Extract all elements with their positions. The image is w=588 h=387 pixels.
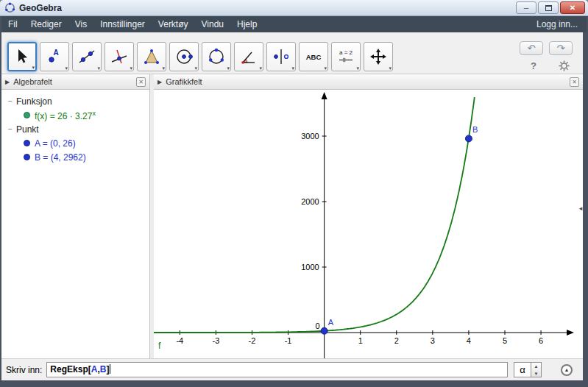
svg-text:3000: 3000 xyxy=(301,132,319,141)
redo-button[interactable]: ↷ xyxy=(549,41,573,55)
svg-text:4: 4 xyxy=(467,336,471,345)
visibility-marble-icon[interactable] xyxy=(24,112,30,118)
circle-with-center-icon xyxy=(174,47,194,66)
svg-text:-3: -3 xyxy=(213,336,220,345)
input-label: Skriv inn: xyxy=(6,365,42,375)
gear-icon[interactable] xyxy=(559,60,570,71)
minimize-icon: ─ xyxy=(524,4,528,12)
graphics-close-icon[interactable]: ✕ xyxy=(570,77,579,87)
graph-canvas[interactable]: -4-3-2-11234561000200030000fAB xyxy=(154,90,583,358)
algebra-title: Algebrafelt xyxy=(13,77,52,86)
algebra-group-funksjon[interactable]: − Funksjon xyxy=(1,94,149,108)
visibility-marble-icon[interactable] xyxy=(24,140,30,146)
spinner-down-icon[interactable]: ▼ xyxy=(531,370,541,377)
svg-text:0: 0 xyxy=(316,322,320,330)
title-bar[interactable]: GeoGebra ─ ✕ xyxy=(0,0,588,16)
tool-move-view-button[interactable]: ▾ xyxy=(364,42,393,71)
tool-slider-button[interactable]: a = 2 ▾ xyxy=(331,42,361,71)
tree-collapse-icon[interactable]: − xyxy=(6,97,15,105)
close-icon: ✕ xyxy=(570,4,575,12)
spinner-up-icon[interactable]: ▲ xyxy=(531,363,541,370)
conic-through-points-icon xyxy=(207,47,226,66)
dropdown-arrow-icon[interactable]: ▾ xyxy=(194,65,197,71)
tool-conic-button[interactable]: ▾ xyxy=(202,42,231,71)
svg-text:ABC: ABC xyxy=(306,53,322,61)
dropdown-arrow-icon[interactable]: ▾ xyxy=(291,65,294,71)
tool-line-button[interactable]: ▾ xyxy=(72,42,102,71)
svg-text:1000: 1000 xyxy=(301,263,319,271)
polygon-icon xyxy=(142,47,161,66)
menu-verktoy[interactable]: Verktøy xyxy=(152,16,195,32)
symbol-table-button[interactable]: α xyxy=(514,362,531,377)
geogebra-window: GeoGebra ─ ✕ Fil Rediger Vis Innstilling… xyxy=(0,0,588,387)
login-link[interactable]: Logg inn... xyxy=(530,16,587,32)
dropdown-arrow-icon[interactable]: ▾ xyxy=(356,65,359,71)
help-icon[interactable]: ? xyxy=(531,60,536,71)
svg-text:2000: 2000 xyxy=(301,197,319,206)
move-graphics-view-icon xyxy=(369,47,388,66)
tree-collapse-icon[interactable]: − xyxy=(6,125,15,133)
dropdown-arrow-icon[interactable]: ▾ xyxy=(162,65,165,71)
dropdown-arrow-icon[interactable]: ▾ xyxy=(130,65,132,71)
svg-text:f: f xyxy=(158,341,161,351)
menu-fil[interactable]: Fil xyxy=(1,16,24,32)
svg-text:a = 2: a = 2 xyxy=(339,49,353,56)
tool-text-button[interactable]: ABC ▾ xyxy=(299,42,328,71)
svg-text:-2: -2 xyxy=(249,336,256,345)
svg-text:2: 2 xyxy=(394,336,399,345)
point-definition: B = (4, 2962) xyxy=(35,152,86,163)
panel-collapse-arrow[interactable]: ◂ xyxy=(576,202,585,215)
algebra-group-punkt[interactable]: − Punkt xyxy=(1,122,149,136)
svg-text:A: A xyxy=(53,49,58,57)
input-help-button[interactable]: ▲ xyxy=(561,364,573,376)
command-input[interactable]: RegEksp[A,B] xyxy=(46,362,508,377)
group-label: Funksjon xyxy=(16,96,52,107)
menu-vindu[interactable]: Vindu xyxy=(195,16,230,32)
dropdown-arrow-icon[interactable]: ▾ xyxy=(259,65,262,71)
svg-text:3: 3 xyxy=(431,336,435,345)
algebra-header[interactable]: ▶ Algebrafelt ✕ xyxy=(1,74,149,90)
tool-transform-button[interactable]: ▾ xyxy=(266,42,296,71)
algebra-item-function[interactable]: f(x) = 26 · 3.27x xyxy=(1,108,149,122)
text-caret xyxy=(110,364,110,374)
perpendicular-line-icon xyxy=(110,47,129,66)
svg-text:5: 5 xyxy=(503,336,507,345)
menu-vis[interactable]: Vis xyxy=(68,16,93,32)
dropdown-arrow-icon[interactable]: ▾ xyxy=(65,65,68,71)
minimize-button[interactable]: ─ xyxy=(516,1,536,14)
svg-text:1: 1 xyxy=(358,336,363,345)
dropdown-arrow-icon[interactable]: ▾ xyxy=(97,65,100,71)
dropdown-arrow-icon[interactable]: ▾ xyxy=(32,65,35,70)
dropdown-arrow-icon[interactable]: ▾ xyxy=(227,65,230,71)
algebra-close-icon[interactable]: ✕ xyxy=(136,77,146,87)
menu-innstillinger[interactable]: Innstillinger xyxy=(93,16,152,32)
panel-menu-arrow-icon[interactable]: ▶ xyxy=(5,79,10,85)
close-button[interactable]: ✕ xyxy=(560,1,585,14)
line-through-points-icon xyxy=(77,47,96,66)
dropdown-arrow-icon[interactable]: ▾ xyxy=(324,65,327,71)
tool-special-line-button[interactable]: ▾ xyxy=(105,42,134,71)
undo-button[interactable]: ↶ xyxy=(520,41,543,55)
symbol-spinner[interactable]: ▲ ▼ xyxy=(531,362,542,377)
menu-rediger[interactable]: Rediger xyxy=(24,16,68,32)
maximize-button[interactable] xyxy=(538,1,559,14)
angle-icon xyxy=(239,47,258,66)
function-definition: f(x) = 26 · 3.27x xyxy=(35,110,96,121)
tool-angle-button[interactable]: ▾ xyxy=(234,42,263,71)
tool-move-button[interactable]: ▾ xyxy=(7,42,37,71)
graphics-header[interactable]: ▶ Grafikkfelt ✕ xyxy=(154,74,583,90)
svg-text:-4: -4 xyxy=(176,336,183,345)
redo-icon: ↷ xyxy=(557,43,565,54)
move-cursor-icon xyxy=(13,47,32,66)
tool-polygon-button[interactable]: ▾ xyxy=(137,42,166,71)
visibility-marble-icon[interactable] xyxy=(24,154,30,160)
tool-circle-button[interactable]: ▾ xyxy=(169,42,199,71)
algebra-item-point-b[interactable]: B = (4, 2962) xyxy=(1,150,149,164)
dropdown-arrow-icon[interactable]: ▾ xyxy=(389,65,392,71)
panel-menu-arrow-icon[interactable]: ▶ xyxy=(157,79,162,85)
menu-hjelp[interactable]: Hjelp xyxy=(230,16,263,32)
algebra-item-point-a[interactable]: A = (0, 26) xyxy=(1,136,149,150)
tool-point-button[interactable]: A ▾ xyxy=(40,42,69,71)
input-help-arrow-icon: ▲ xyxy=(564,367,570,372)
graphics-title: Grafikkfelt xyxy=(166,77,202,86)
